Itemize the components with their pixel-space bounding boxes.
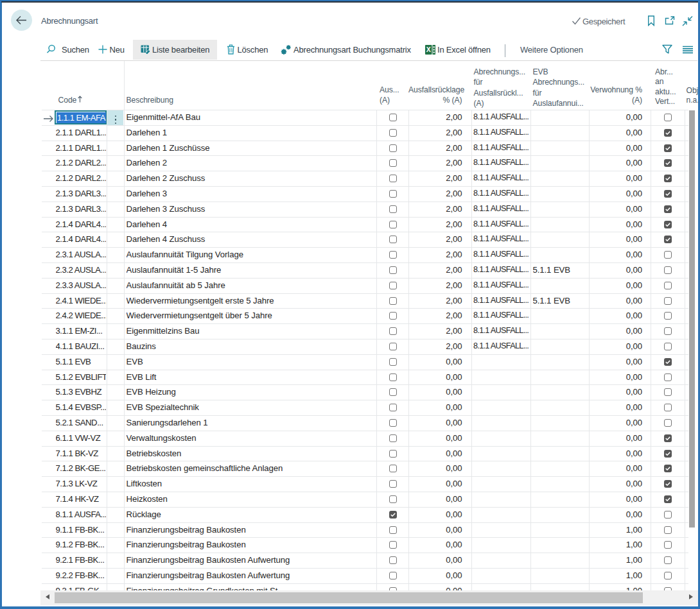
svg-text:X: X: [426, 46, 430, 53]
